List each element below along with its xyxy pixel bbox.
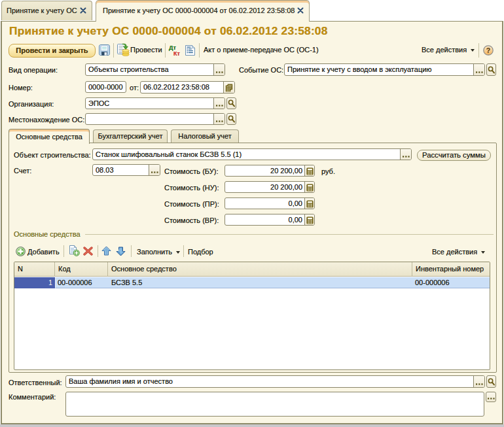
svg-text:?: ? [486,46,490,54]
